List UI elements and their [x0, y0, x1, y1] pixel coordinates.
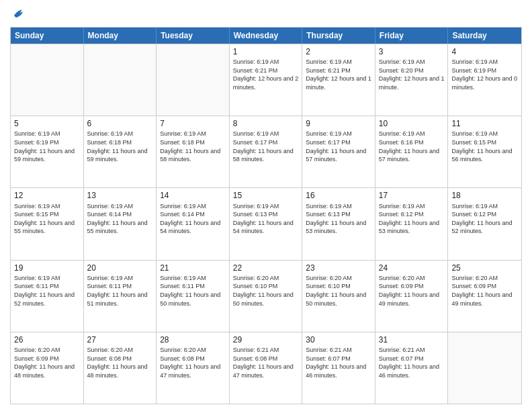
day-cell-7: 7Sunrise: 6:19 AMSunset: 6:18 PMDaylight…: [157, 116, 230, 187]
page: SundayMondayTuesdayWednesdayThursdayFrid…: [0, 0, 532, 411]
day-cell-12: 12Sunrise: 6:19 AMSunset: 6:15 PMDayligh…: [11, 188, 84, 259]
day-cell-22: 22Sunrise: 6:20 AMSunset: 6:10 PMDayligh…: [230, 261, 303, 332]
week-row-3: 12Sunrise: 6:19 AMSunset: 6:15 PMDayligh…: [11, 187, 521, 259]
cell-info: Sunrise: 6:20 AMSunset: 6:10 PMDaylight:…: [233, 274, 299, 308]
day-header-thursday: Thursday: [302, 28, 375, 44]
cell-info: Sunrise: 6:19 AMSunset: 6:21 PMDaylight:…: [306, 58, 371, 91]
day-cell-18: 18Sunrise: 6:19 AMSunset: 6:12 PMDayligh…: [448, 188, 521, 259]
cell-info: Sunrise: 6:19 AMSunset: 6:15 PMDaylight:…: [451, 130, 518, 163]
empty-cell: [11, 44, 84, 116]
day-cell-27: 27Sunrise: 6:20 AMSunset: 6:08 PMDayligh…: [84, 332, 157, 404]
cell-info: Sunrise: 6:19 AMSunset: 6:14 PMDaylight:…: [87, 202, 153, 236]
day-number: 25: [451, 263, 518, 273]
cell-info: Sunrise: 6:19 AMSunset: 6:14 PMDaylight:…: [160, 202, 226, 236]
day-number: 2: [306, 46, 371, 57]
day-number: 21: [160, 263, 226, 273]
day-number: 29: [233, 334, 299, 345]
calendar-header: SundayMondayTuesdayWednesdayThursdayFrid…: [11, 28, 521, 44]
day-number: 10: [379, 118, 445, 129]
day-number: 14: [160, 190, 226, 201]
day-number: 8: [233, 118, 299, 129]
day-cell-25: 25Sunrise: 6:20 AMSunset: 6:09 PMDayligh…: [448, 261, 521, 332]
cell-info: Sunrise: 6:20 AMSunset: 6:09 PMDaylight:…: [379, 274, 445, 308]
day-number: 30: [306, 334, 371, 345]
cell-info: Sunrise: 6:19 AMSunset: 6:17 PMDaylight:…: [306, 130, 371, 163]
cell-info: Sunrise: 6:19 AMSunset: 6:21 PMDaylight:…: [233, 58, 299, 91]
day-number: 16: [306, 190, 371, 201]
logo-bird-icon: [10, 7, 25, 21]
day-number: 9: [306, 118, 371, 129]
cell-info: Sunrise: 6:19 AMSunset: 6:15 PMDaylight:…: [14, 202, 80, 236]
day-header-tuesday: Tuesday: [157, 28, 230, 44]
cell-info: Sunrise: 6:19 AMSunset: 6:19 PMDaylight:…: [14, 130, 80, 163]
day-number: 4: [451, 46, 518, 57]
day-cell-13: 13Sunrise: 6:19 AMSunset: 6:14 PMDayligh…: [84, 188, 157, 259]
day-number: 27: [87, 334, 153, 345]
day-cell-28: 28Sunrise: 6:20 AMSunset: 6:08 PMDayligh…: [157, 332, 230, 404]
cell-info: Sunrise: 6:19 AMSunset: 6:20 PMDaylight:…: [379, 58, 445, 91]
day-number: 5: [14, 118, 80, 129]
empty-cell: [157, 44, 230, 116]
day-number: 23: [306, 263, 371, 273]
day-cell-6: 6Sunrise: 6:19 AMSunset: 6:18 PMDaylight…: [84, 116, 157, 187]
day-number: 7: [160, 118, 226, 129]
cell-info: Sunrise: 6:19 AMSunset: 6:16 PMDaylight:…: [379, 130, 445, 163]
week-row-5: 26Sunrise: 6:20 AMSunset: 6:09 PMDayligh…: [11, 332, 521, 404]
day-number: 19: [14, 263, 80, 273]
day-cell-10: 10Sunrise: 6:19 AMSunset: 6:16 PMDayligh…: [375, 116, 449, 187]
day-cell-30: 30Sunrise: 6:21 AMSunset: 6:07 PMDayligh…: [302, 332, 375, 404]
header: [10, 7, 522, 21]
week-row-4: 19Sunrise: 6:19 AMSunset: 6:11 PMDayligh…: [11, 260, 521, 332]
day-cell-15: 15Sunrise: 6:19 AMSunset: 6:13 PMDayligh…: [230, 188, 303, 259]
day-cell-16: 16Sunrise: 6:19 AMSunset: 6:13 PMDayligh…: [302, 188, 375, 259]
cell-info: Sunrise: 6:19 AMSunset: 6:13 PMDaylight:…: [233, 202, 299, 236]
week-row-1: 1Sunrise: 6:19 AMSunset: 6:21 PMDaylight…: [11, 44, 521, 116]
day-cell-20: 20Sunrise: 6:19 AMSunset: 6:11 PMDayligh…: [84, 261, 157, 332]
cell-info: Sunrise: 6:19 AMSunset: 6:11 PMDaylight:…: [87, 274, 153, 308]
cell-info: Sunrise: 6:19 AMSunset: 6:11 PMDaylight:…: [160, 274, 226, 308]
day-header-monday: Monday: [84, 28, 157, 44]
day-cell-3: 3Sunrise: 6:19 AMSunset: 6:20 PMDaylight…: [375, 44, 449, 116]
day-number: 1: [233, 46, 299, 57]
day-cell-23: 23Sunrise: 6:20 AMSunset: 6:10 PMDayligh…: [302, 261, 375, 332]
cell-info: Sunrise: 6:19 AMSunset: 6:18 PMDaylight:…: [160, 130, 226, 163]
day-number: 31: [379, 334, 445, 345]
day-cell-1: 1Sunrise: 6:19 AMSunset: 6:21 PMDaylight…: [230, 44, 303, 116]
cell-info: Sunrise: 6:20 AMSunset: 6:09 PMDaylight:…: [451, 274, 518, 308]
day-header-sunday: Sunday: [11, 28, 84, 44]
day-cell-2: 2Sunrise: 6:19 AMSunset: 6:21 PMDaylight…: [302, 44, 375, 116]
day-cell-4: 4Sunrise: 6:19 AMSunset: 6:19 PMDaylight…: [448, 44, 521, 116]
day-number: 17: [379, 190, 445, 201]
day-number: 12: [14, 190, 80, 201]
day-number: 6: [87, 118, 153, 129]
day-cell-11: 11Sunrise: 6:19 AMSunset: 6:15 PMDayligh…: [448, 116, 521, 187]
day-cell-29: 29Sunrise: 6:21 AMSunset: 6:08 PMDayligh…: [230, 332, 303, 404]
day-cell-5: 5Sunrise: 6:19 AMSunset: 6:19 PMDaylight…: [11, 116, 84, 187]
day-cell-14: 14Sunrise: 6:19 AMSunset: 6:14 PMDayligh…: [157, 188, 230, 259]
cell-info: Sunrise: 6:20 AMSunset: 6:08 PMDaylight:…: [160, 346, 226, 379]
cell-info: Sunrise: 6:20 AMSunset: 6:10 PMDaylight:…: [306, 274, 371, 308]
day-number: 26: [14, 334, 80, 345]
day-cell-17: 17Sunrise: 6:19 AMSunset: 6:12 PMDayligh…: [375, 188, 449, 259]
cell-info: Sunrise: 6:19 AMSunset: 6:17 PMDaylight:…: [233, 130, 299, 163]
cell-info: Sunrise: 6:19 AMSunset: 6:18 PMDaylight:…: [87, 130, 153, 163]
day-number: 20: [87, 263, 153, 273]
day-cell-26: 26Sunrise: 6:20 AMSunset: 6:09 PMDayligh…: [11, 332, 84, 404]
cell-info: Sunrise: 6:19 AMSunset: 6:19 PMDaylight:…: [451, 58, 518, 91]
day-number: 28: [160, 334, 226, 345]
day-number: 13: [87, 190, 153, 201]
cell-info: Sunrise: 6:19 AMSunset: 6:13 PMDaylight:…: [306, 202, 371, 236]
day-number: 22: [233, 263, 299, 273]
cell-info: Sunrise: 6:21 AMSunset: 6:07 PMDaylight:…: [379, 346, 445, 379]
empty-cell: [84, 44, 157, 116]
cell-info: Sunrise: 6:20 AMSunset: 6:09 PMDaylight:…: [14, 346, 80, 379]
day-header-wednesday: Wednesday: [230, 28, 303, 44]
calendar-body: 1Sunrise: 6:19 AMSunset: 6:21 PMDaylight…: [11, 44, 521, 404]
cell-info: Sunrise: 6:21 AMSunset: 6:07 PMDaylight:…: [306, 346, 371, 379]
day-cell-21: 21Sunrise: 6:19 AMSunset: 6:11 PMDayligh…: [157, 261, 230, 332]
cell-info: Sunrise: 6:19 AMSunset: 6:12 PMDaylight:…: [379, 202, 445, 236]
day-number: 3: [379, 46, 445, 57]
day-header-friday: Friday: [375, 28, 449, 44]
cell-info: Sunrise: 6:19 AMSunset: 6:11 PMDaylight:…: [14, 274, 80, 308]
day-number: 18: [451, 190, 518, 201]
